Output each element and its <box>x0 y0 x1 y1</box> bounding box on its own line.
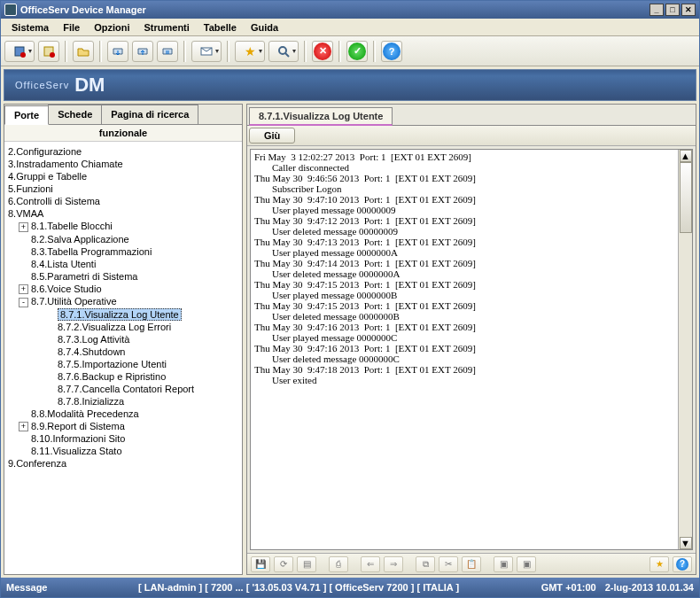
save-icon[interactable]: 💾 <box>251 556 270 572</box>
tree-node[interactable]: 8.5.Parametri di Sistema <box>6 270 240 283</box>
scroll-thumb[interactable] <box>680 162 692 233</box>
doc-left-icon[interactable]: ▣ <box>494 556 513 572</box>
tree-node[interactable]: 8.2.Salva Applicazione <box>6 233 240 245</box>
menu-guida[interactable]: Guida <box>244 20 285 35</box>
mail-button[interactable] <box>191 41 222 62</box>
sync-button[interactable] <box>157 41 178 62</box>
help-icon[interactable]: ? <box>673 556 692 572</box>
menu-sistema[interactable]: Sistema <box>4 20 56 35</box>
tree-node[interactable]: 8.7.6.Backup e Ripristino <box>6 370 240 383</box>
close-button[interactable]: ✕ <box>681 4 696 16</box>
tree-node-label[interactable]: 3.Instradamento Chiamate <box>8 159 123 169</box>
tree-node[interactable]: 5.Funzioni <box>6 183 240 195</box>
tree-node[interactable]: 2.Configurazione <box>6 145 240 158</box>
tree-node-label[interactable]: 8.7.Utilità Operative <box>31 296 117 307</box>
tree-node[interactable]: 8.4.Lista Utenti <box>6 258 240 270</box>
back-icon[interactable]: ⇐ <box>361 556 380 572</box>
expand-icon[interactable]: + <box>19 222 28 232</box>
tree-node-label[interactable]: 9.Conferenza <box>8 458 66 469</box>
refresh-icon[interactable]: ⟳ <box>274 556 293 572</box>
doc-right-icon[interactable]: ▣ <box>517 556 536 572</box>
tree-node-label[interactable]: 8.7.8.Inizializza <box>58 396 124 407</box>
tree-node-label[interactable]: 8.8.Modalità Precedenza <box>31 408 139 419</box>
tree-node-label[interactable]: 4.Gruppi e Tabelle <box>8 171 87 182</box>
scroll-up-icon[interactable]: ▲ <box>680 150 692 162</box>
tree-node[interactable]: 8.10.Informazioni Sito <box>6 432 240 445</box>
tree-node-label[interactable]: 8.6.Voice Studio <box>31 283 102 294</box>
scroll-down-icon[interactable]: ▼ <box>680 537 692 549</box>
paste-icon[interactable]: 📋 <box>462 556 481 572</box>
cut-icon[interactable]: ✂ <box>439 556 458 572</box>
tree-node-label[interactable]: 8.7.1.Visualizza Log Utente <box>58 308 182 321</box>
menu-strumenti[interactable]: Strumenti <box>136 20 196 35</box>
tree-node[interactable]: 8.VMAA <box>6 207 240 220</box>
tree-node[interactable]: 8.8.Modalità Precedenza <box>6 408 240 420</box>
tree-node-label[interactable]: 6.Controlli di Sistema <box>8 196 100 206</box>
tree-node-label[interactable]: 8.4.Lista Utenti <box>31 259 96 269</box>
favorites-button[interactable]: ★ <box>235 41 265 62</box>
tree-node-label[interactable]: 8.7.4.Shutdown <box>58 346 125 357</box>
tree-node-label[interactable]: 8.5.Parametri di Sistema <box>31 271 137 282</box>
tree-node[interactable]: +8.9.Report di Sistema <box>6 420 240 433</box>
tree-node[interactable]: 8.7.4.Shutdown <box>6 346 240 358</box>
search-button[interactable] <box>268 41 299 62</box>
minimize-button[interactable]: _ <box>649 4 664 16</box>
connect-button[interactable] <box>4 41 35 62</box>
tree-node-label[interactable]: 8.1.Tabelle Blocchi <box>31 221 113 231</box>
tree-node[interactable]: 8.3.Tabella Programmazioni <box>6 245 240 258</box>
copy-icon[interactable]: ⧉ <box>416 556 435 572</box>
tree-node[interactable]: 9.Conferenza <box>6 457 240 470</box>
menu-tabelle[interactable]: Tabelle <box>197 20 244 35</box>
tree-node-label[interactable]: 8.7.7.Cancella Contatori Report <box>58 384 194 394</box>
tree-node-label[interactable]: 8.3.Tabella Programmazioni <box>31 246 152 257</box>
tree-node-label[interactable]: 8.7.3.Log Attività <box>58 334 129 345</box>
star-icon[interactable]: ★ <box>649 556 669 572</box>
tab-log-utente[interactable]: 8.7.1.Visualizza Log Utente <box>249 107 393 126</box>
page-icon[interactable]: ▤ <box>297 556 316 572</box>
download-button[interactable] <box>107 41 128 62</box>
collapse-icon[interactable]: - <box>19 298 28 307</box>
tree-node[interactable]: 8.7.2.Visualizza Log Errori <box>6 321 240 333</box>
menu-file[interactable]: File <box>56 20 87 35</box>
scroll-down-button[interactable]: Giù <box>249 128 295 144</box>
tab-ricerca[interactable]: Pagina di ricerca <box>101 105 198 124</box>
upload-button[interactable] <box>132 41 153 62</box>
open-file-button[interactable] <box>73 41 94 62</box>
help-button[interactable]: ? <box>381 41 402 62</box>
cancel-button[interactable]: ✕ <box>312 41 333 62</box>
tree-node[interactable]: -8.7.Utilità Operative <box>6 295 240 308</box>
tree-node[interactable]: 8.11.Visualizza Stato <box>6 445 240 457</box>
tree-node[interactable]: 6.Controlli di Sistema <box>6 195 240 207</box>
tree-node[interactable]: 8.7.1.Visualizza Log Utente <box>6 308 240 321</box>
tree-node-label[interactable]: 8.7.2.Visualizza Log Errori <box>58 322 171 332</box>
tab-schede[interactable]: Schede <box>48 105 102 124</box>
tree-node-label[interactable]: 8.9.Report di Sistema <box>31 421 125 431</box>
tree-node-label[interactable]: 8.7.6.Backup e Ripristino <box>58 371 166 382</box>
expand-icon[interactable]: + <box>19 284 28 294</box>
log-scrollbar[interactable]: ▲ ▼ <box>678 150 692 549</box>
print-icon[interactable]: ⎙ <box>329 556 348 572</box>
tree-node[interactable]: 8.7.7.Cancella Contatori Report <box>6 383 240 395</box>
tree-node[interactable]: 8.7.5.Importazione Utenti <box>6 358 240 370</box>
log-view[interactable]: Fri May 3 12:02:27 2013 Port: 1 [EXT 01 … <box>251 150 678 549</box>
tree-node-label[interactable]: 8.VMAA <box>8 208 43 219</box>
tree-node-label[interactable]: 8.11.Visualizza Stato <box>31 446 122 456</box>
tree-node[interactable]: 8.7.3.Log Attività <box>6 333 240 346</box>
forward-icon[interactable]: ⇒ <box>384 556 403 572</box>
tree-node[interactable]: 4.Gruppi e Tabelle <box>6 170 240 183</box>
disconnect-button[interactable] <box>38 41 59 62</box>
tree-node[interactable]: 8.7.8.Inizializza <box>6 395 240 408</box>
tree-node-label[interactable]: 5.Funzioni <box>8 183 53 194</box>
tree-node-label[interactable]: 8.10.Informazioni Sito <box>31 433 125 444</box>
tree-node[interactable]: +8.6.Voice Studio <box>6 283 240 296</box>
tree-node-label[interactable]: 2.Configurazione <box>8 146 82 157</box>
tree-node-label[interactable]: 8.2.Salva Applicazione <box>31 234 129 245</box>
tree-node[interactable]: +8.1.Tabelle Blocchi <box>6 220 240 233</box>
maximize-button[interactable]: □ <box>665 4 680 16</box>
tree-node-label[interactable]: 8.7.5.Importazione Utenti <box>58 359 167 369</box>
expand-icon[interactable]: + <box>19 422 28 431</box>
tree-node[interactable]: 3.Instradamento Chiamate <box>6 158 240 170</box>
ok-button[interactable]: ✓ <box>346 41 368 62</box>
menu-opzioni[interactable]: Opzioni <box>87 20 136 35</box>
nav-tree[interactable]: 2.Configurazione3.Instradamento Chiamate… <box>4 142 242 574</box>
